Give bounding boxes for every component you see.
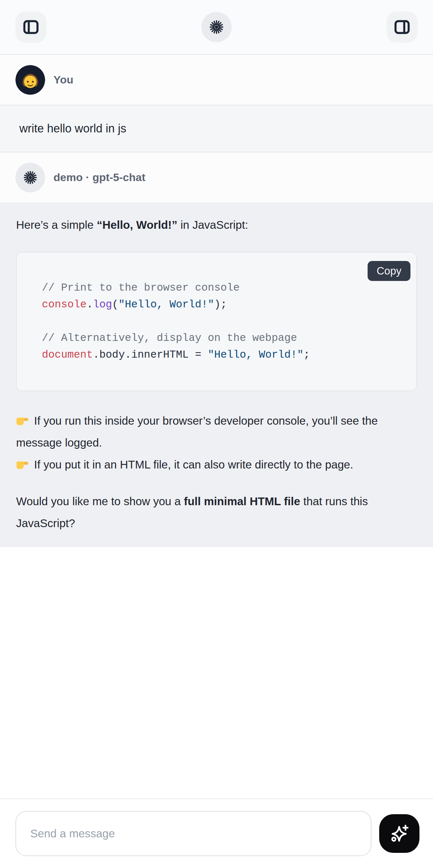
user-avatar	[16, 65, 45, 95]
assistant-role-row: demo · gpt-5-chat	[0, 152, 433, 202]
code-token-plain: .	[87, 299, 93, 311]
text-segment: full minimal HTML file	[184, 495, 300, 507]
code-token-plain: .body.innerHTML =	[93, 349, 208, 361]
text-segment: Here’s a simple	[16, 218, 97, 231]
send-button[interactable]	[379, 814, 420, 853]
code-token-plain: ;	[304, 349, 310, 361]
code-line	[42, 313, 403, 330]
user-message-text: write hello world in js	[19, 122, 126, 135]
user-role-label: You	[54, 73, 73, 86]
assistant-message: Here’s a simple “Hello, World!” in JavaS…	[0, 202, 433, 547]
text-segment: in JavaScript:	[177, 218, 248, 231]
text-segment: Would you like me to show you a	[16, 495, 184, 507]
assistant-avatar	[16, 163, 45, 192]
code-token-keyword: document	[42, 349, 93, 361]
empty-scroll-area	[0, 547, 433, 798]
code-content: // Print to the browser consoleconsole.l…	[42, 280, 403, 364]
message-input[interactable]	[16, 811, 371, 856]
code-token-plain: );	[214, 299, 227, 311]
code-line: document.body.innerHTML = "Hello, World!…	[42, 347, 403, 364]
user-role-row: You	[0, 55, 433, 105]
assistant-intro-paragraph: Here’s a simple “Hello, World!” in JavaS…	[16, 216, 417, 234]
sidebar-left-icon	[21, 17, 41, 37]
panel-toggle-button[interactable]	[386, 11, 417, 42]
sidebar-toggle-button[interactable]	[16, 11, 47, 42]
assistant-note-line: If you put it in an HTML file, it can al…	[16, 454, 417, 475]
composer-bar	[0, 798, 433, 868]
starburst-icon	[21, 168, 39, 187]
person-emoji-icon	[16, 65, 45, 95]
code-token-keyword: console	[42, 299, 87, 311]
note-text: If you run this inside your browser’s de…	[16, 414, 378, 449]
code-token-comment: // Alternatively, display on the webpage	[42, 332, 297, 344]
copy-button[interactable]: Copy	[368, 261, 410, 281]
code-token-plain: (	[112, 299, 119, 311]
assistant-model-label: demo · gpt-5-chat	[54, 171, 145, 184]
text-segment: “Hello, World!”	[97, 218, 177, 231]
sidebar-right-icon	[392, 17, 412, 37]
sparkle-icon	[389, 823, 410, 844]
starburst-icon	[207, 18, 226, 36]
code-line: // Alternatively, display on the webpage	[42, 330, 403, 347]
code-token-string: "Hello, World!"	[208, 349, 304, 361]
model-button[interactable]	[202, 12, 231, 42]
note-text: If you put it in an HTML file, it can al…	[31, 458, 353, 471]
code-token-string: "Hello, World!"	[119, 299, 214, 311]
code-line: // Print to the browser console	[42, 280, 403, 297]
code-token-comment: // Print to the browser console	[42, 282, 240, 294]
assistant-followup-paragraph: Would you like me to show you a full min…	[16, 490, 417, 534]
pointing-right-emoji	[16, 458, 29, 470]
assistant-note-line: If you run this inside your browser’s de…	[16, 410, 417, 454]
code-block: Copy // Print to the browser consolecons…	[16, 252, 417, 391]
code-token-function: log	[93, 299, 112, 311]
assistant-notes: If you run this inside your browser’s de…	[16, 410, 417, 475]
pointing-right-emoji	[16, 414, 29, 427]
top-bar	[0, 0, 433, 55]
user-message: write hello world in js	[0, 105, 433, 152]
code-line: console.log("Hello, World!");	[42, 297, 403, 313]
